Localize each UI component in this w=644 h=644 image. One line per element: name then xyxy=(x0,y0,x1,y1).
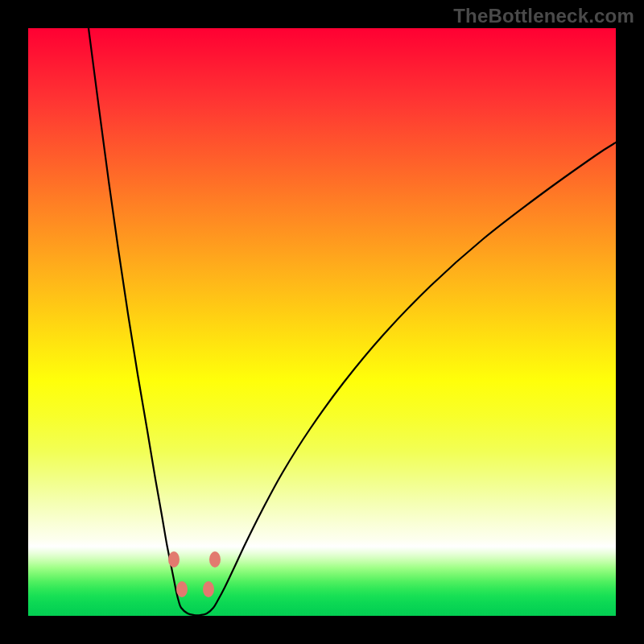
bottleneck-curve xyxy=(28,28,616,616)
watermark-text: TheBottleneck.com xyxy=(453,5,634,27)
chart-frame: TheBottleneck.com xyxy=(0,0,644,644)
marker-dot xyxy=(176,581,188,597)
plot-area xyxy=(28,28,616,616)
marker-dot xyxy=(168,551,180,568)
marker-dot xyxy=(209,551,221,568)
marker-dot xyxy=(203,581,214,597)
